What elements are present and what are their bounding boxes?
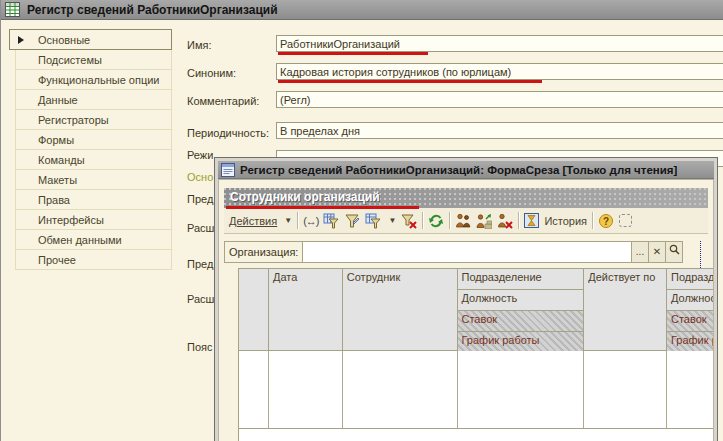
header-cell-schedule-2[interactable]: График работы [667, 332, 714, 351]
header-cell-valid-until[interactable]: Действует по [584, 269, 667, 351]
history-button[interactable]: История [524, 213, 587, 229]
sidebar-item-funkcionalnye-opcii[interactable]: Функциональные опции [15, 69, 172, 90]
tab-label: Данные [38, 94, 78, 106]
organization-input[interactable] [302, 241, 632, 263]
employee-pair-icon[interactable] [455, 213, 471, 229]
table-cell[interactable] [667, 351, 714, 428]
form-toolbar: Действия▼ (↔) ▼ [224, 208, 708, 234]
header-cell-department-2[interactable]: Подразделение [667, 269, 714, 290]
filter-settings-icon[interactable] [344, 213, 360, 229]
sidebar-item-komandy[interactable]: Команды [15, 149, 172, 170]
history-icon [524, 213, 540, 229]
caption-red-underline [226, 206, 419, 209]
tab-label: Основные [38, 34, 90, 46]
table-empty-area [239, 429, 714, 441]
synonym-input[interactable] [276, 63, 723, 80]
table-row[interactable] [239, 351, 714, 429]
filter-by-value-icon[interactable] [323, 213, 339, 229]
tab-label: Подсистемы [38, 54, 102, 66]
history-button-label: История [544, 215, 587, 227]
filter-column-icon[interactable] [365, 213, 381, 229]
slice-window-client: Сотрудники организаций Действия▼ (↔) ▼ [218, 179, 714, 441]
clipped-label-predstavlenie-1: Пред [187, 193, 213, 205]
name-red-underline [278, 52, 428, 55]
screenshot-root: Регистр сведений РаботникиОрганизаций Ос… [0, 0, 723, 441]
tab-label: Формы [38, 134, 74, 146]
sidebar-item-obmen-dannymi[interactable]: Обмен данными [15, 229, 172, 250]
chevron-down-icon[interactable]: ▼ [388, 216, 396, 225]
synonym-label: Синоним: [187, 67, 236, 79]
organization-row: Организация: ... ✕ [224, 241, 683, 263]
periodicity-input[interactable] [276, 122, 723, 139]
refresh-icon[interactable] [428, 213, 444, 229]
sidebar-item-prochee[interactable]: Прочее [15, 249, 172, 270]
organization-clear-button[interactable]: ✕ [649, 241, 666, 263]
clipped-label-poyasnenie: Пояс [187, 341, 212, 353]
clear-filter-icon[interactable] [401, 213, 417, 229]
comment-input[interactable] [276, 91, 723, 108]
organization-label: Организация: [224, 241, 302, 263]
tab-label: Прочее [38, 254, 76, 266]
employee-remove-icon[interactable] [497, 213, 513, 229]
header-cell-date[interactable]: Дата [269, 269, 343, 351]
sidebar-item-registratory[interactable]: Регистраторы [15, 109, 172, 130]
header-cell-department[interactable]: Подразделение [458, 269, 584, 290]
comment-label: Комментарий: [187, 95, 259, 107]
clipped-label-rasshirennoe-1: Расш [187, 222, 214, 234]
table-cell[interactable] [458, 351, 585, 428]
header-cell-rate-2[interactable]: Ставок [667, 311, 714, 332]
slice-window-titlebar[interactable]: Регистр сведений РаботникиОрганизаций: Ф… [218, 161, 714, 179]
form-caption: Сотрудники организаций [224, 188, 708, 208]
tab-label: Интерфейсы [38, 214, 104, 226]
records-table[interactable]: Дата Сотрудник Подразделение Должность С… [238, 268, 714, 441]
tab-label: Регистраторы [38, 114, 109, 126]
header-cell-employee[interactable]: Сотрудник [343, 269, 458, 351]
table-cell[interactable] [269, 351, 343, 428]
name-input[interactable] [276, 35, 723, 52]
employee-promote-icon[interactable] [476, 213, 492, 229]
periodicity-label: Периодичность: [187, 127, 269, 139]
header-cell-position[interactable]: Должность [458, 290, 584, 311]
clipped-label-rasshirennoe-2: Расш [187, 293, 214, 305]
tab-label: Права [38, 194, 70, 206]
sidebar-item-makety[interactable]: Макеты [15, 169, 172, 190]
toolbar-separator [518, 212, 519, 229]
chevron-down-icon: ▼ [284, 216, 292, 225]
tab-label: Функциональные опции [38, 74, 159, 86]
form-caption-text: Сотрудники организаций [230, 190, 380, 204]
synonym-red-underline [278, 80, 542, 83]
set-interval-icon[interactable]: (↔) [303, 215, 318, 227]
tab-label: Обмен данными [38, 234, 122, 246]
select-mode-icon[interactable] [619, 214, 632, 227]
header-group-department[interactable]: Подразделение Должность Ставок График ра… [458, 269, 585, 351]
sidebar-item-podsistemy[interactable]: Подсистемы [15, 49, 172, 70]
toolbar-separator [592, 212, 593, 229]
clipped-label-rezhim: Режи [187, 149, 213, 161]
table-cell[interactable] [584, 351, 667, 428]
slice-window[interactable]: Регистр сведений РаботникиОрганизаций: Ф… [214, 157, 718, 441]
header-group-department-2[interactable]: Подразделение Должность Ставок График ра… [667, 269, 714, 351]
organization-find-button[interactable] [666, 241, 683, 263]
table-header: Дата Сотрудник Подразделение Должность С… [239, 269, 714, 351]
header-cell-rate[interactable]: Ставок [458, 311, 584, 332]
sidebar-item-dannye[interactable]: Данные [15, 89, 172, 110]
main-window-titlebar[interactable]: Регистр сведений РаботникиОрганизаций [1, 0, 723, 20]
help-icon[interactable]: ? [598, 213, 614, 229]
table-cell[interactable] [343, 351, 458, 428]
sidebar-item-interfeysy[interactable]: Интерфейсы [15, 209, 172, 230]
tab-label: Команды [38, 154, 85, 166]
form-icon [221, 163, 235, 177]
sidebar-item-prava[interactable]: Права [15, 189, 172, 210]
sidebar-item-osnovnye[interactable]: Основные [9, 29, 172, 50]
toolbar-separator [422, 212, 423, 229]
table-cell[interactable] [239, 351, 269, 428]
header-cell-selector[interactable] [239, 269, 269, 351]
toolbar-separator [297, 212, 298, 229]
actions-menu-button[interactable]: Действия [229, 215, 277, 227]
organization-choose-button[interactable]: ... [632, 241, 649, 263]
header-cell-position-2[interactable]: Должность [667, 290, 714, 311]
name-label: Имя: [187, 39, 211, 51]
sidebar-item-formy[interactable]: Формы [15, 129, 172, 150]
clipped-label-predstavlenie-2: Пред [187, 258, 213, 270]
header-cell-schedule[interactable]: График работы [458, 332, 584, 351]
